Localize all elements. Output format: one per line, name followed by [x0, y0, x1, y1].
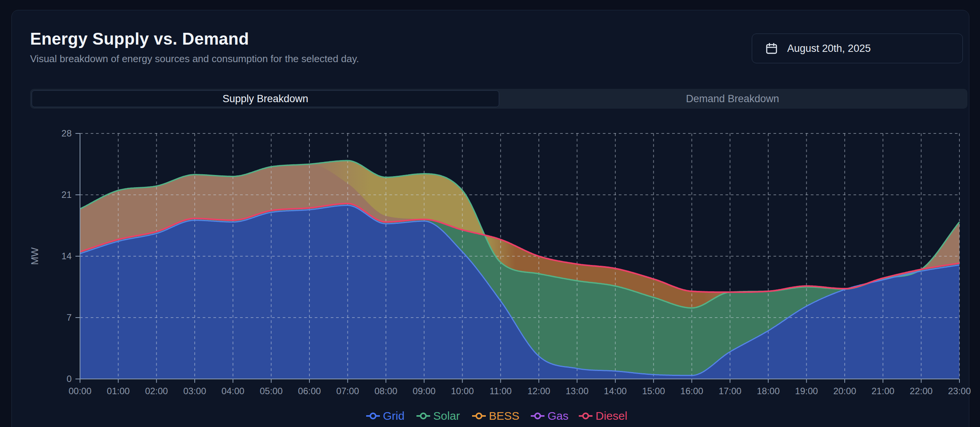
date-label: August 20th, 2025: [787, 43, 871, 55]
page-title: Energy Supply vs. Demand: [30, 29, 359, 48]
date-picker-button[interactable]: August 20th, 2025: [752, 34, 963, 63]
tab-supply-breakdown[interactable]: Supply Breakdown: [32, 90, 499, 107]
calendar-icon: [765, 42, 778, 55]
energy-card: Energy Supply vs. Demand Visual breakdow…: [11, 10, 969, 427]
card-header: Energy Supply vs. Demand Visual breakdow…: [30, 29, 359, 65]
tabs-list: Supply Breakdown Demand Breakdown: [30, 89, 967, 109]
tab-demand-breakdown[interactable]: Demand Breakdown: [499, 90, 966, 107]
page-subtitle: Visual breakdown of energy sources and c…: [30, 53, 359, 65]
